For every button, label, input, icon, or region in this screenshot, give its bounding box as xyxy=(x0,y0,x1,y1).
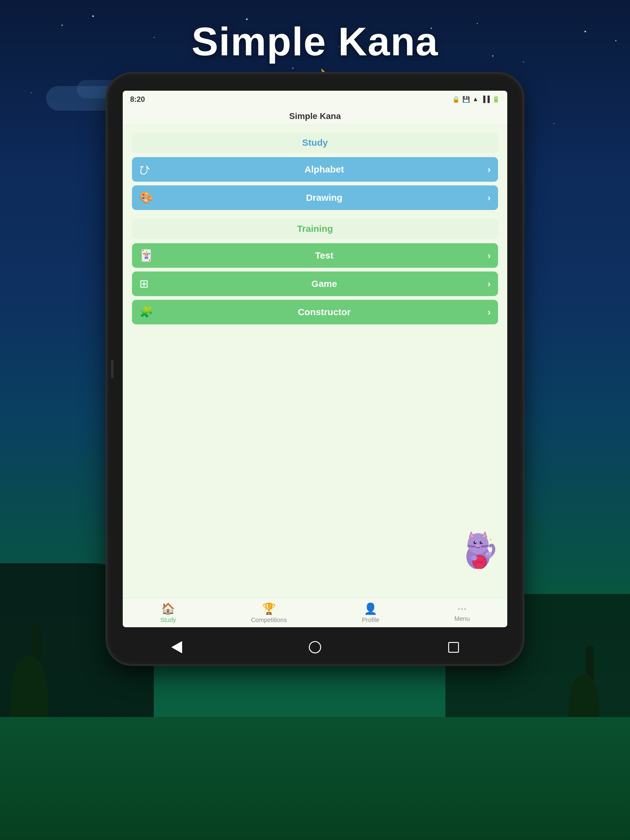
alphabet-button[interactable]: ひ Alphabet › xyxy=(132,157,498,182)
svg-point-22 xyxy=(489,552,491,554)
svg-point-17 xyxy=(471,556,477,561)
app-title: Simple Kana xyxy=(0,19,630,65)
svg-point-21 xyxy=(486,553,489,555)
test-arrow: › xyxy=(488,250,491,261)
training-section: Training 🃏 Test › ⊞ Game › 🧩 Constructor xyxy=(132,219,498,324)
nav-study[interactable]: 🏠 Study xyxy=(160,602,176,624)
status-time: 8:20 xyxy=(130,95,145,104)
lock-icon: 🔒 xyxy=(452,96,460,103)
nav-study-label: Study xyxy=(160,616,176,624)
game-arrow: › xyxy=(488,279,491,289)
nav-competitions[interactable]: 🏆 Competitions xyxy=(251,602,287,624)
study-section: Study ひ Alphabet › 🎨 Drawing › xyxy=(132,133,498,210)
test-button[interactable]: 🃏 Test › xyxy=(132,243,498,268)
svg-point-6 xyxy=(473,541,476,544)
tablet-bottom-bar xyxy=(108,639,522,655)
cat-mascot: ✦ ✦ xyxy=(458,526,498,573)
nav-menu-label: Menu xyxy=(454,615,470,622)
nav-study-icon: 🏠 xyxy=(161,602,175,615)
svg-text:✦: ✦ xyxy=(489,537,492,542)
nav-menu-icon: ⋯ xyxy=(457,603,467,614)
study-section-header: Study xyxy=(132,133,498,153)
game-button[interactable]: ⊞ Game › xyxy=(132,272,498,296)
constructor-label: Constructor xyxy=(161,307,488,317)
svg-point-8 xyxy=(475,542,476,543)
game-label: Game xyxy=(161,279,488,289)
alphabet-icon: ひ xyxy=(139,162,155,177)
test-label: Test xyxy=(161,250,488,261)
wifi-icon: ▲ xyxy=(473,96,479,103)
nav-profile[interactable]: 👤 Profile xyxy=(362,602,379,624)
screen-header: Simple Kana xyxy=(123,107,507,125)
svg-point-10 xyxy=(477,545,479,547)
tablet-recent-button[interactable] xyxy=(446,639,461,655)
constructor-arrow: › xyxy=(488,307,491,317)
drawing-button[interactable]: 🎨 Drawing › xyxy=(132,185,498,210)
tablet-home-button[interactable] xyxy=(307,639,323,655)
signal-icon: ▐▐ xyxy=(481,96,490,103)
test-icon: 🃏 xyxy=(139,249,155,262)
training-section-header: Training xyxy=(132,219,498,239)
screen-content: Study ひ Alphabet › 🎨 Drawing › Training xyxy=(123,125,507,598)
nav-menu[interactable]: ⋯ Menu xyxy=(454,603,470,622)
tablet-screen: 8:20 🔒 💾 ▲ ▐▐ 🔋 Simple Kana Study ひ Alph… xyxy=(123,91,507,627)
nav-competitions-icon: 🏆 xyxy=(262,602,276,615)
svg-point-9 xyxy=(481,542,482,543)
constructor-button[interactable]: 🧩 Constructor › xyxy=(132,300,498,324)
tablet-back-button[interactable] xyxy=(169,639,184,655)
nav-profile-label: Profile xyxy=(362,616,379,624)
constructor-icon: 🧩 xyxy=(139,306,155,319)
alphabet-arrow: › xyxy=(488,164,491,175)
tablet-side-button xyxy=(111,360,114,378)
nav-competitions-label: Competitions xyxy=(251,616,287,624)
grass xyxy=(0,717,630,840)
bottom-nav: 🏠 Study 🏆 Competitions 👤 Profile ⋯ Menu xyxy=(123,598,507,627)
tree-left xyxy=(25,625,47,733)
battery-icon: 🔋 xyxy=(492,96,500,103)
status-icons: 🔒 💾 ▲ ▐▐ 🔋 xyxy=(452,96,500,103)
drawing-label: Drawing xyxy=(161,193,488,203)
sd-icon: 💾 xyxy=(462,96,470,103)
nav-profile-icon: 👤 xyxy=(364,602,377,615)
svg-point-7 xyxy=(480,541,483,544)
status-bar: 8:20 🔒 💾 ▲ ▐▐ 🔋 xyxy=(123,91,507,107)
game-icon: ⊞ xyxy=(139,277,155,290)
tablet-device: 8:20 🔒 💾 ▲ ▐▐ 🔋 Simple Kana Study ひ Alph… xyxy=(108,74,522,664)
alphabet-label: Alphabet xyxy=(161,164,488,175)
drawing-arrow: › xyxy=(488,193,491,203)
drawing-icon: 🎨 xyxy=(139,191,155,204)
